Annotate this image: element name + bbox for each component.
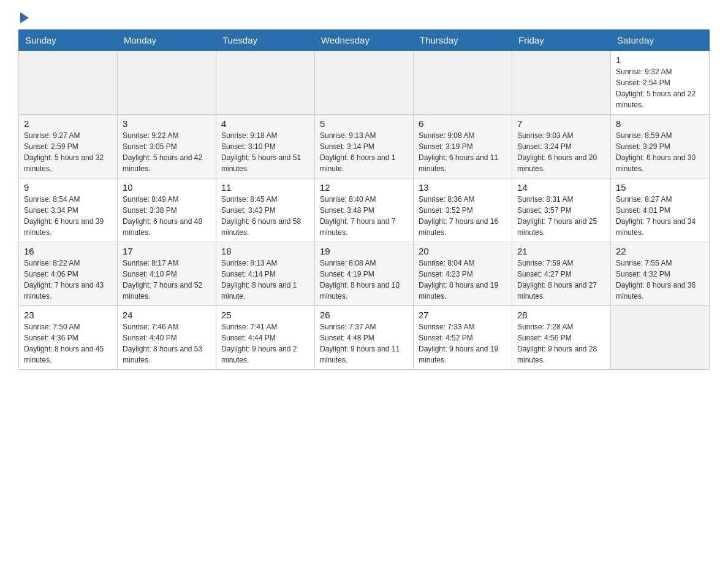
- day-number: 15: [616, 182, 704, 193]
- calendar-cell: 11Sunrise: 8:45 AM Sunset: 3:43 PM Dayli…: [216, 178, 315, 242]
- calendar-cell: 18Sunrise: 8:13 AM Sunset: 4:14 PM Dayli…: [216, 242, 315, 306]
- day-info: Sunrise: 9:22 AM Sunset: 3:05 PM Dayligh…: [123, 130, 211, 174]
- page-header: [18, 12, 710, 23]
- day-info: Sunrise: 8:17 AM Sunset: 4:10 PM Dayligh…: [123, 258, 211, 302]
- calendar-cell: 17Sunrise: 8:17 AM Sunset: 4:10 PM Dayli…: [118, 242, 216, 306]
- day-number: 5: [320, 118, 408, 129]
- day-info: Sunrise: 7:46 AM Sunset: 4:40 PM Dayligh…: [123, 321, 211, 366]
- calendar-cell: 3Sunrise: 9:22 AM Sunset: 3:05 PM Daylig…: [118, 115, 216, 178]
- day-number: 6: [419, 118, 507, 129]
- day-info: Sunrise: 7:59 AM Sunset: 4:27 PM Dayligh…: [517, 258, 605, 302]
- calendar-cell: [216, 51, 315, 115]
- day-number: 4: [221, 118, 309, 129]
- day-info: Sunrise: 7:41 AM Sunset: 4:44 PM Dayligh…: [221, 321, 309, 366]
- day-number: 20: [419, 246, 507, 256]
- calendar-header-wednesday: Wednesday: [315, 30, 414, 51]
- calendar-week-row: 16Sunrise: 8:22 AM Sunset: 4:06 PM Dayli…: [19, 242, 710, 306]
- calendar-cell: 1Sunrise: 9:32 AM Sunset: 2:54 PM Daylig…: [611, 51, 710, 115]
- day-number: 3: [123, 118, 211, 129]
- calendar-cell: 27Sunrise: 7:33 AM Sunset: 4:52 PM Dayli…: [414, 306, 512, 370]
- calendar-cell: 20Sunrise: 8:04 AM Sunset: 4:23 PM Dayli…: [414, 242, 512, 306]
- day-info: Sunrise: 9:18 AM Sunset: 3:10 PM Dayligh…: [221, 130, 309, 174]
- day-info: Sunrise: 8:45 AM Sunset: 3:43 PM Dayligh…: [221, 194, 309, 238]
- calendar-cell: 10Sunrise: 8:49 AM Sunset: 3:38 PM Dayli…: [118, 178, 216, 242]
- day-info: Sunrise: 8:13 AM Sunset: 4:14 PM Dayligh…: [221, 258, 309, 302]
- day-info: Sunrise: 7:33 AM Sunset: 4:52 PM Dayligh…: [419, 321, 507, 366]
- day-number: 10: [123, 182, 211, 193]
- day-number: 21: [517, 246, 605, 256]
- logo: [18, 12, 29, 23]
- day-info: Sunrise: 7:28 AM Sunset: 4:56 PM Dayligh…: [517, 321, 605, 366]
- day-number: 13: [419, 182, 507, 193]
- day-number: 26: [320, 310, 408, 320]
- day-info: Sunrise: 9:32 AM Sunset: 2:54 PM Dayligh…: [616, 66, 704, 110]
- day-number: 11: [221, 182, 309, 193]
- day-number: 17: [123, 246, 211, 256]
- day-info: Sunrise: 8:59 AM Sunset: 3:29 PM Dayligh…: [616, 130, 704, 174]
- calendar-cell: 24Sunrise: 7:46 AM Sunset: 4:40 PM Dayli…: [118, 306, 216, 370]
- calendar-cell: 12Sunrise: 8:40 AM Sunset: 3:48 PM Dayli…: [315, 178, 414, 242]
- calendar-cell: [118, 51, 216, 115]
- day-info: Sunrise: 8:40 AM Sunset: 3:48 PM Dayligh…: [320, 194, 408, 238]
- day-info: Sunrise: 9:08 AM Sunset: 3:19 PM Dayligh…: [419, 130, 507, 174]
- calendar-cell: 16Sunrise: 8:22 AM Sunset: 4:06 PM Dayli…: [19, 242, 118, 306]
- day-number: 16: [24, 246, 112, 256]
- day-number: 24: [123, 310, 211, 320]
- calendar-table: SundayMondayTuesdayWednesdayThursdayFrid…: [18, 29, 710, 370]
- calendar-cell: 15Sunrise: 8:27 AM Sunset: 4:01 PM Dayli…: [611, 178, 710, 242]
- day-info: Sunrise: 7:37 AM Sunset: 4:48 PM Dayligh…: [320, 321, 408, 366]
- logo-arrow-icon: [20, 12, 29, 23]
- day-info: Sunrise: 8:54 AM Sunset: 3:34 PM Dayligh…: [24, 194, 112, 238]
- calendar-cell: 13Sunrise: 8:36 AM Sunset: 3:52 PM Dayli…: [414, 178, 512, 242]
- calendar-cell: 26Sunrise: 7:37 AM Sunset: 4:48 PM Dayli…: [315, 306, 414, 370]
- calendar-cell: 23Sunrise: 7:50 AM Sunset: 4:36 PM Dayli…: [19, 306, 118, 370]
- calendar-cell: 9Sunrise: 8:54 AM Sunset: 3:34 PM Daylig…: [19, 178, 118, 242]
- day-info: Sunrise: 7:50 AM Sunset: 4:36 PM Dayligh…: [24, 321, 112, 366]
- day-info: Sunrise: 8:22 AM Sunset: 4:06 PM Dayligh…: [24, 258, 112, 302]
- calendar-cell: [512, 51, 611, 115]
- day-info: Sunrise: 8:27 AM Sunset: 4:01 PM Dayligh…: [616, 194, 704, 238]
- day-number: 25: [221, 310, 309, 320]
- day-info: Sunrise: 8:04 AM Sunset: 4:23 PM Dayligh…: [419, 258, 507, 302]
- calendar-cell: 28Sunrise: 7:28 AM Sunset: 4:56 PM Dayli…: [512, 306, 611, 370]
- calendar-week-row: 23Sunrise: 7:50 AM Sunset: 4:36 PM Dayli…: [19, 306, 710, 370]
- day-number: 8: [616, 118, 704, 129]
- day-number: 19: [320, 246, 408, 256]
- calendar-header-monday: Monday: [118, 30, 216, 51]
- day-number: 27: [419, 310, 507, 320]
- day-number: 7: [517, 118, 605, 129]
- calendar-header-row: SundayMondayTuesdayWednesdayThursdayFrid…: [19, 30, 710, 51]
- day-number: 28: [517, 310, 605, 320]
- day-number: 23: [24, 310, 112, 320]
- calendar-cell: 8Sunrise: 8:59 AM Sunset: 3:29 PM Daylig…: [611, 115, 710, 178]
- calendar-header-friday: Friday: [512, 30, 611, 51]
- day-number: 18: [221, 246, 309, 256]
- day-info: Sunrise: 8:36 AM Sunset: 3:52 PM Dayligh…: [419, 194, 507, 238]
- day-info: Sunrise: 8:31 AM Sunset: 3:57 PM Dayligh…: [517, 194, 605, 238]
- calendar-cell: 6Sunrise: 9:08 AM Sunset: 3:19 PM Daylig…: [414, 115, 512, 178]
- day-info: Sunrise: 8:49 AM Sunset: 3:38 PM Dayligh…: [123, 194, 211, 238]
- calendar-cell: 21Sunrise: 7:59 AM Sunset: 4:27 PM Dayli…: [512, 242, 611, 306]
- day-number: 14: [517, 182, 605, 193]
- calendar-cell: 25Sunrise: 7:41 AM Sunset: 4:44 PM Dayli…: [216, 306, 315, 370]
- day-number: 1: [616, 55, 704, 65]
- calendar-header-thursday: Thursday: [414, 30, 512, 51]
- day-number: 9: [24, 182, 112, 193]
- calendar-cell: [19, 51, 118, 115]
- day-number: 12: [320, 182, 408, 193]
- calendar-cell: [315, 51, 414, 115]
- day-info: Sunrise: 7:55 AM Sunset: 4:32 PM Dayligh…: [616, 258, 704, 302]
- calendar-cell: 4Sunrise: 9:18 AM Sunset: 3:10 PM Daylig…: [216, 115, 315, 178]
- calendar-week-row: 1Sunrise: 9:32 AM Sunset: 2:54 PM Daylig…: [19, 51, 710, 115]
- day-info: Sunrise: 9:27 AM Sunset: 2:59 PM Dayligh…: [24, 130, 112, 174]
- calendar-cell: [611, 306, 710, 370]
- day-info: Sunrise: 8:08 AM Sunset: 4:19 PM Dayligh…: [320, 258, 408, 302]
- calendar-week-row: 2Sunrise: 9:27 AM Sunset: 2:59 PM Daylig…: [19, 115, 710, 178]
- calendar-cell: 2Sunrise: 9:27 AM Sunset: 2:59 PM Daylig…: [19, 115, 118, 178]
- calendar-header-saturday: Saturday: [611, 30, 710, 51]
- calendar-week-row: 9Sunrise: 8:54 AM Sunset: 3:34 PM Daylig…: [19, 178, 710, 242]
- calendar-cell: 5Sunrise: 9:13 AM Sunset: 3:14 PM Daylig…: [315, 115, 414, 178]
- day-info: Sunrise: 9:13 AM Sunset: 3:14 PM Dayligh…: [320, 130, 408, 174]
- day-number: 22: [616, 246, 704, 256]
- calendar-cell: 19Sunrise: 8:08 AM Sunset: 4:19 PM Dayli…: [315, 242, 414, 306]
